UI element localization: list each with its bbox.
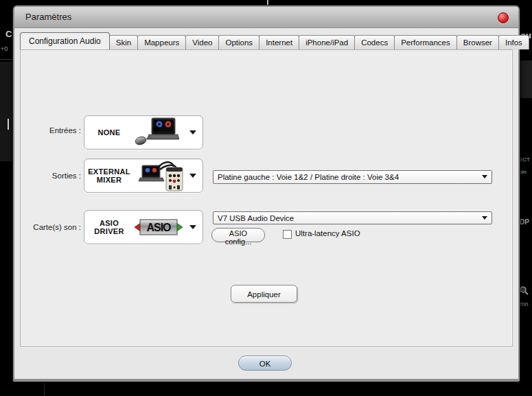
settings-dialog: Paramètres Configuration Audio Skin Mapp…: [13, 5, 520, 382]
ultra-latency-label: Ultra-latency ASIO: [295, 229, 360, 237]
soundcard-dropdown[interactable]: ASIO DRIVER ASIO: [84, 210, 203, 244]
tab-video[interactable]: Video: [185, 35, 219, 49]
inputs-label: Entrées :: [21, 126, 81, 135]
svg-text:ASIO: ASIO: [146, 222, 171, 233]
dropdown-arrow-icon: [189, 174, 196, 178]
outputs-dropdown[interactable]: EXTERNAL MIXER: [84, 159, 203, 193]
tab-options[interactable]: Options: [218, 35, 259, 49]
dropdown-arrow-icon: [189, 225, 196, 229]
dropdown-arrow-icon: [189, 130, 196, 135]
ok-button[interactable]: OK: [238, 356, 292, 371]
tab-browser[interactable]: Browser: [456, 35, 499, 49]
bg-text-right-4: DP: [520, 218, 529, 226]
bg-line-left: [0, 59, 13, 60]
apply-button[interactable]: Appliquer: [231, 285, 297, 303]
bg-text-right-2: ECT: [519, 156, 530, 163]
outputs-dropdown-value: EXTERNAL MIXER: [84, 167, 134, 184]
magnifier-icon: [519, 286, 529, 298]
laptop-mouse-icon: [134, 117, 179, 148]
soundcard-device-select[interactable]: V7 USB Audio Device: [213, 211, 492, 224]
bg-text-left-2: +0: [1, 45, 8, 52]
bg-panel-right: [520, 60, 532, 98]
bg-text-left-1: C: [5, 29, 12, 39]
outputs-label: Sorties :: [21, 171, 81, 180]
bg-divider-bottom: [44, 383, 45, 396]
tab-mappeurs[interactable]: Mappeurs: [137, 35, 186, 49]
close-icon[interactable]: [498, 12, 509, 23]
soundcard-device-value: V7 USB Audio Device: [218, 214, 294, 222]
dialog-title: Paramètres: [25, 12, 71, 22]
tab-iphone-ipad[interactable]: iPhone/iPad: [299, 35, 355, 49]
audio-config-panel: Entrées : NONE: [20, 49, 513, 347]
inputs-dropdown-value: NONE: [84, 128, 134, 137]
asio-config-button[interactable]: ASIO config...: [211, 228, 265, 242]
laptop-mixer-icon: [134, 160, 183, 191]
dropdown-arrow-icon: [482, 216, 487, 220]
soundcard-dropdown-value: ASIO DRIVER: [84, 219, 134, 235]
bg-text-right-3: pin: [519, 169, 527, 175]
bg-text-right-5: mn: [520, 301, 529, 307]
tab-skin[interactable]: Skin: [109, 35, 138, 49]
asio-logo-icon: ASIO: [134, 218, 183, 237]
output-routing-value: Platine gauche : Voie 1&2 / Platine droi…: [218, 173, 399, 181]
tab-configuration-audio[interactable]: Configuration Audio: [20, 32, 110, 49]
tab-internet[interactable]: Internet: [259, 35, 299, 49]
tab-strip: Configuration Audio Skin Mappeurs Video …: [20, 33, 513, 49]
dropdown-arrow-icon: [482, 175, 487, 178]
output-routing-select[interactable]: Platine gauche : Voie 1&2 / Platine droi…: [213, 170, 492, 184]
soundcard-label: Carte(s) son :: [21, 222, 81, 232]
dialog-titlebar[interactable]: Paramètres: [14, 7, 518, 28]
inputs-dropdown[interactable]: NONE: [84, 115, 203, 150]
bg-panel-left: [0, 62, 13, 161]
tab-performances[interactable]: Performances: [394, 35, 457, 49]
tab-codecs[interactable]: Codecs: [354, 35, 395, 49]
ultra-latency-checkbox[interactable]: [283, 230, 292, 239]
tab-infos[interactable]: Infos: [498, 35, 529, 49]
bg-tick-left: [8, 119, 9, 130]
desktop-background: { "window": { "title": "Paramètres" }, "…: [0, 0, 532, 396]
